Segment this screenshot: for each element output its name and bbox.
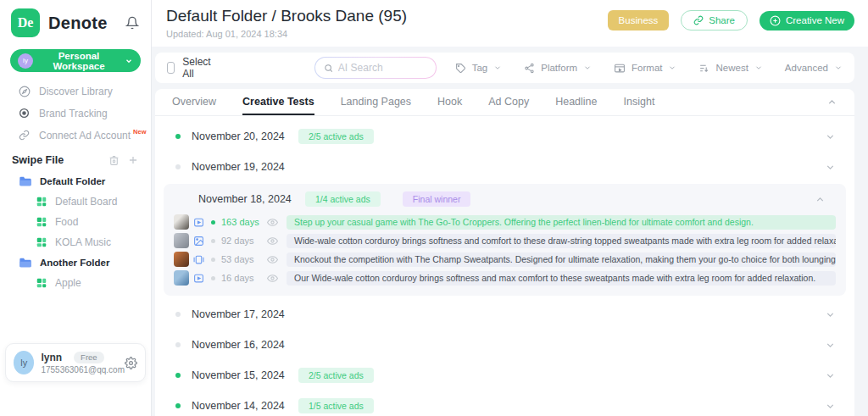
- main-area: Default Folder / Brooks Dane (95) Update…: [152, 0, 868, 416]
- workspace-avatar: ly: [18, 53, 33, 69]
- business-button[interactable]: Business: [608, 10, 670, 31]
- workspace-label: Personal Workspace: [38, 51, 120, 71]
- folder-icon: [19, 257, 32, 269]
- ad-row[interactable]: 53 days Knockout the competition with Th…: [169, 250, 836, 269]
- advanced-filter[interactable]: Advanced: [785, 63, 843, 73]
- sort-label: Newest: [715, 63, 748, 73]
- image-icon: [193, 236, 204, 247]
- share-button[interactable]: Share: [681, 10, 748, 31]
- search-input[interactable]: [338, 62, 427, 74]
- date-row-nov-18[interactable]: November 18, 2024 1/4 active ads Final w…: [169, 186, 836, 213]
- date-label: November 19, 2024: [192, 161, 287, 173]
- link-icon: [19, 130, 31, 141]
- app-logo[interactable]: De: [11, 8, 40, 37]
- video-icon: [193, 217, 204, 228]
- active-ads-badge: 2/5 active ads: [298, 368, 374, 383]
- eye-icon[interactable]: [267, 236, 278, 247]
- sort-icon: [698, 63, 709, 74]
- chevron-down-icon: [583, 64, 592, 72]
- sidebar-item-brand-tracking[interactable]: Brand Tracking: [0, 103, 151, 125]
- sidebar-item-discover-library[interactable]: Discover Library: [0, 80, 151, 103]
- eye-icon[interactable]: [267, 254, 278, 265]
- collapse-panel-icon[interactable]: [826, 97, 837, 108]
- trash-icon[interactable]: [108, 155, 120, 166]
- chevron-down-icon: [493, 64, 502, 72]
- share-link-icon: [693, 15, 704, 25]
- plan-badge: Free: [74, 352, 104, 363]
- swipe-file-header: Swipe File: [0, 147, 151, 171]
- chevron-down-icon[interactable]: [825, 309, 836, 320]
- date-row-nov-14[interactable]: November 14, 2024 1/5 active ads: [164, 391, 846, 416]
- chevron-down-icon: [668, 64, 676, 72]
- ad-row[interactable]: 92 days Wide-wale cotton corduroy brings…: [169, 231, 836, 250]
- chevron-down-icon[interactable]: [825, 401, 836, 412]
- date-row-nov-15[interactable]: November 15, 2024 2/5 active ads: [164, 360, 846, 391]
- eye-icon[interactable]: [267, 273, 278, 284]
- platform-filter[interactable]: Platform: [524, 63, 592, 74]
- format-filter[interactable]: Format: [614, 63, 676, 74]
- bell-icon[interactable]: [125, 16, 139, 30]
- user-name: lynn: [41, 352, 62, 363]
- workspace-switcher[interactable]: ly Personal Workspace: [10, 49, 141, 72]
- board-label: Apple: [55, 277, 81, 289]
- date-label: November 15, 2024: [192, 369, 287, 381]
- tab-ad-copy[interactable]: Ad Copy: [488, 89, 529, 115]
- tab-landing-pages[interactable]: Landing Pages: [341, 89, 411, 115]
- sidebar-board-food[interactable]: Food: [0, 212, 151, 232]
- sidebar-board-default-board[interactable]: Default Board: [0, 191, 151, 212]
- ad-row[interactable]: 16 days Our Wide-wale cotton corduroy br…: [169, 269, 836, 287]
- chevron-down-icon: [754, 64, 763, 72]
- ad-thumbnail[interactable]: [174, 252, 189, 267]
- search-icon: [324, 63, 333, 74]
- user-card[interactable]: ly lynn Free 1755363061@qq.com: [5, 343, 146, 382]
- chevron-down-icon[interactable]: [825, 162, 836, 173]
- ad-row[interactable]: 163 days Step up your casual game with T…: [169, 213, 836, 231]
- date-row-nov-17[interactable]: November 17, 2024: [164, 299, 846, 330]
- date-label: November 16, 2024: [192, 339, 287, 351]
- sidebar-item-connect-ad-account[interactable]: Connect Ad Account New: [0, 125, 151, 147]
- plus-icon[interactable]: [127, 154, 139, 166]
- date-row-nov-19[interactable]: November 19, 2024: [164, 152, 846, 182]
- chevron-down-icon[interactable]: [825, 131, 836, 142]
- content-panel: Overview Creative Tests Landing Pages Ho…: [155, 89, 854, 416]
- gear-icon[interactable]: [125, 357, 137, 369]
- sidebar-folder-default-folder[interactable]: Default Folder: [0, 171, 151, 191]
- sidebar-folder-another-folder[interactable]: Another Folder: [0, 252, 151, 273]
- board-icon: [36, 196, 47, 208]
- date-row-nov-16[interactable]: November 16, 2024: [164, 330, 846, 360]
- ad-copy-text: Our Wide-wale cotton corduroy brings sof…: [287, 271, 836, 286]
- status-dot: [175, 342, 181, 347]
- chevron-up-icon[interactable]: [815, 194, 826, 205]
- eye-icon[interactable]: [267, 217, 278, 228]
- ad-thumbnail[interactable]: [174, 270, 189, 286]
- ad-thumbnail[interactable]: [174, 214, 189, 230]
- chevron-down-icon[interactable]: [825, 370, 836, 381]
- creative-new-button[interactable]: Creative New: [760, 11, 854, 31]
- platform-icon: [524, 63, 535, 74]
- new-badge: New: [133, 128, 146, 136]
- tab-insight[interactable]: Insight: [624, 89, 655, 115]
- chevron-down-icon: [834, 64, 843, 72]
- chevron-down-icon[interactable]: [825, 340, 836, 351]
- tag-label: Tag: [472, 63, 488, 73]
- tab-headline[interactable]: Headline: [555, 89, 597, 115]
- tab-creative-tests[interactable]: Creative Tests: [242, 89, 314, 115]
- tab-hook[interactable]: Hook: [437, 89, 462, 115]
- ad-copy-text: Knockout the competition with The Champ …: [287, 252, 836, 267]
- sidebar-board-apple[interactable]: Apple: [0, 273, 151, 293]
- ad-thumbnail[interactable]: [174, 233, 189, 248]
- tag-filter[interactable]: Tag: [455, 63, 503, 74]
- sidebar-board-kola-music[interactable]: KOLA Music: [0, 232, 151, 252]
- sort-filter[interactable]: Newest: [698, 63, 762, 74]
- board-label: KOLA Music: [55, 236, 111, 248]
- plus-circle-icon: [770, 15, 781, 26]
- board-icon: [36, 277, 47, 289]
- select-all-checkbox[interactable]: [167, 62, 175, 74]
- ai-search[interactable]: [314, 57, 437, 79]
- status-dot: [175, 164, 181, 169]
- status-dot: [175, 403, 181, 408]
- select-all-label: Select All: [182, 56, 210, 80]
- status-dot: [175, 134, 181, 139]
- tab-overview[interactable]: Overview: [172, 89, 216, 115]
- date-row-nov-20[interactable]: November 20, 2024 2/5 active ads: [164, 121, 846, 152]
